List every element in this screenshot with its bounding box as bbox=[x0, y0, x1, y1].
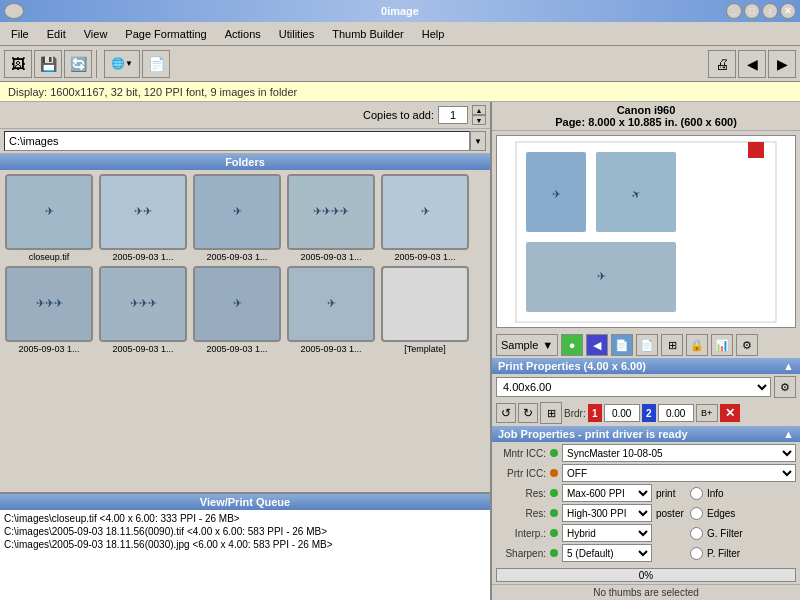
path-row: ▼ bbox=[0, 129, 490, 154]
restore-button[interactable]: ↕ bbox=[762, 3, 778, 19]
sharpen-select[interactable]: 5 (Default) bbox=[562, 544, 652, 562]
toolbar-btn-right-3[interactable]: ▶ bbox=[768, 50, 796, 78]
brdr-icon-btn[interactable]: ⊞ bbox=[540, 402, 562, 424]
sharpen-dot bbox=[550, 549, 558, 557]
radio-edges[interactable] bbox=[690, 507, 703, 520]
clear-btn[interactable]: ✕ bbox=[720, 404, 740, 422]
print-lock-btn[interactable]: 🔒 bbox=[686, 334, 708, 356]
toolbar-btn-5[interactable]: 📄 bbox=[142, 50, 170, 78]
thumb-label-2: 2005-09-03 1... bbox=[98, 252, 188, 262]
brdr-val-2[interactable] bbox=[658, 404, 694, 422]
refresh-btn-2[interactable]: ↻ bbox=[518, 403, 538, 423]
svg-text:✈✈✈: ✈✈✈ bbox=[130, 297, 157, 309]
toolbar-btn-right-1[interactable]: 🖨 bbox=[708, 50, 736, 78]
print-doc-btn[interactable]: 📄 bbox=[611, 334, 633, 356]
image-thumb-7[interactable]: ✈✈✈ 2005-09-03 1... bbox=[98, 266, 188, 354]
print-settings-btn[interactable]: ⚙ bbox=[736, 334, 758, 356]
menu-help[interactable]: Help bbox=[413, 24, 454, 44]
sample-label: Sample bbox=[501, 339, 538, 351]
job-props-collapse[interactable]: ▲ bbox=[783, 428, 794, 440]
menu-thumb-builder[interactable]: Thumb Builder bbox=[323, 24, 413, 44]
plane-img-5: ✈ bbox=[383, 176, 467, 248]
title-bar: 0image _ □ ↕ ✕ bbox=[0, 0, 800, 22]
menu-utilities[interactable]: Utilities bbox=[270, 24, 323, 44]
print-copy-btn[interactable]: 📄 bbox=[636, 334, 658, 356]
image-thumb-10[interactable]: [Template] bbox=[380, 266, 470, 354]
radio-pfilter[interactable] bbox=[690, 547, 703, 560]
plane-img-3: ✈ bbox=[195, 176, 279, 248]
brdr-val-1[interactable] bbox=[604, 404, 640, 422]
toolbar-btn-right-2[interactable]: ◀ bbox=[738, 50, 766, 78]
globe-icon: 🌐 bbox=[111, 57, 125, 70]
image-thumb-3[interactable]: ✈ 2005-09-03 1... bbox=[192, 174, 282, 262]
image-thumb-5[interactable]: ✈ 2005-09-03 1... bbox=[380, 174, 470, 262]
image-thumb-4[interactable]: ✈✈✈✈ 2005-09-03 1... bbox=[286, 174, 376, 262]
radio-gfilter[interactable] bbox=[690, 527, 703, 540]
status-text: Display: 1600x1167, 32 bit, 120 PPI font… bbox=[8, 86, 297, 98]
size-settings-btn[interactable]: ⚙ bbox=[774, 376, 796, 398]
toolbar-btn-3[interactable]: 🔄 bbox=[64, 50, 92, 78]
menu-page-formatting[interactable]: Page Formatting bbox=[116, 24, 215, 44]
brdr-num-2: 2 bbox=[642, 404, 656, 422]
props-collapse-icon[interactable]: ▲ bbox=[783, 360, 794, 372]
image-thumb-9[interactable]: ✈ 2005-09-03 1... bbox=[286, 266, 376, 354]
maximize-button[interactable]: □ bbox=[744, 3, 760, 19]
toolbar-btn-2[interactable]: 💾 bbox=[34, 50, 62, 78]
dropdown-arrow-icon: ▼ bbox=[125, 59, 133, 68]
mntr-icc-label: Mntr ICC: bbox=[496, 448, 546, 459]
minimize-button[interactable]: _ bbox=[726, 3, 742, 19]
copies-input[interactable] bbox=[438, 106, 468, 124]
image-thumb-2[interactable]: ✈✈ 2005-09-03 1... bbox=[98, 174, 188, 262]
interp-select[interactable]: Hybrid bbox=[562, 524, 652, 542]
res1-select[interactable]: Max-600 PPI bbox=[562, 484, 652, 502]
sample-dropdown[interactable]: Sample ▼ bbox=[496, 334, 558, 356]
mntr-icc-select[interactable]: SyncMaster 10-08-05 bbox=[562, 444, 796, 462]
copies-down-btn[interactable]: ▼ bbox=[472, 115, 486, 125]
close-button[interactable]: ✕ bbox=[780, 3, 796, 19]
path-dropdown-btn[interactable]: ▼ bbox=[470, 131, 486, 151]
size-dropdown[interactable]: 4.00x6.00 bbox=[496, 377, 771, 397]
interp-label: Interp.: bbox=[496, 528, 546, 539]
size-row: 4.00x6.00 ⚙ bbox=[492, 374, 800, 400]
print-props-title: Print Properties (4.00 x 6.00) bbox=[498, 360, 646, 372]
prtr-icc-row: Prtr ICC: OFF bbox=[496, 464, 796, 482]
menu-view[interactable]: View bbox=[75, 24, 117, 44]
bplus-btn[interactable]: B+ bbox=[696, 404, 718, 422]
print-back-btn[interactable]: ◀ bbox=[586, 334, 608, 356]
menu-file[interactable]: File bbox=[2, 24, 38, 44]
radio-info[interactable] bbox=[690, 487, 703, 500]
image-thumb-8[interactable]: ✈ 2005-09-03 1... bbox=[192, 266, 282, 354]
printer-name: Canon i960 bbox=[494, 104, 798, 116]
radio-pfilter-label: P. Filter bbox=[707, 548, 740, 559]
toolbar-btn-4[interactable]: 🌐 ▼ bbox=[104, 50, 140, 78]
sharpen-row: Sharpen: 5 (Default) P. Filter bbox=[496, 544, 796, 562]
refresh-btn-1[interactable]: ↺ bbox=[496, 403, 516, 423]
path-input[interactable] bbox=[4, 131, 470, 151]
image-thumb-1[interactable]: ✈ closeup.tif bbox=[4, 174, 94, 262]
copies-up-btn[interactable]: ▲ bbox=[472, 105, 486, 115]
print-go-btn[interactable]: ● bbox=[561, 334, 583, 356]
preview-svg: ✈ ✈ ✈ bbox=[506, 137, 786, 327]
preview-area: ✈ ✈ ✈ bbox=[496, 135, 796, 328]
thumb-label-10: [Template] bbox=[380, 344, 470, 354]
left-panel: Copies to add: ▲ ▼ ▼ Folders ✈ bbox=[0, 102, 492, 600]
queue-item-3: C:\images\2005-09-03 18.11.56(0030).jpg … bbox=[4, 538, 486, 551]
menu-edit[interactable]: Edit bbox=[38, 24, 75, 44]
job-grid: Mntr ICC: SyncMaster 10-08-05 Prtr ICC: … bbox=[492, 442, 800, 566]
print-grid-btn[interactable]: ⊞ bbox=[661, 334, 683, 356]
menu-actions[interactable]: Actions bbox=[216, 24, 270, 44]
res1-row: Res: Max-600 PPI print Info bbox=[496, 484, 796, 502]
print-chart-btn[interactable]: 📊 bbox=[711, 334, 733, 356]
title-bar-icon[interactable] bbox=[4, 3, 24, 19]
queue-item-2: C:\images\2005-09-03 18.11.56(0090).tif … bbox=[4, 525, 486, 538]
res2-dot bbox=[550, 509, 558, 517]
radio-gfilter-label: G. Filter bbox=[707, 528, 743, 539]
toolbar-btn-1[interactable]: 🖼 bbox=[4, 50, 32, 78]
res2-select[interactable]: High-300 PPI bbox=[562, 504, 652, 522]
thumb-box-10 bbox=[381, 266, 469, 342]
job-props-title: Job Properties - print driver is ready bbox=[498, 428, 688, 440]
prtr-icc-select[interactable]: OFF bbox=[562, 464, 796, 482]
progress-label: 0% bbox=[497, 569, 795, 583]
image-thumb-6[interactable]: ✈✈✈ 2005-09-03 1... bbox=[4, 266, 94, 354]
thumb-box-4: ✈✈✈✈ bbox=[287, 174, 375, 250]
